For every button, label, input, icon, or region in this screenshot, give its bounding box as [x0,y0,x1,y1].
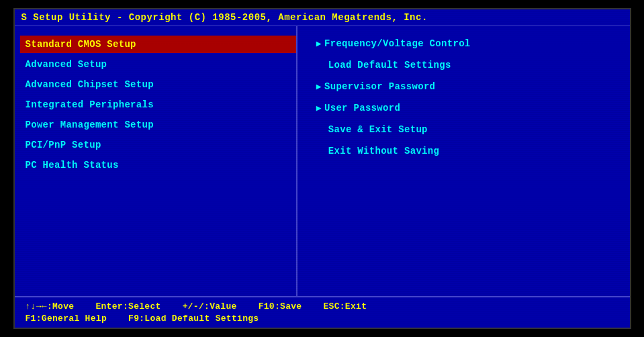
right-item-label-1: Load Default Settings [328,60,451,70]
left-panel: Standard CMOS SetupAdvanced SetupAdvance… [15,26,297,296]
right-item-label-2: Supervisor Password [324,81,435,92]
bios-screen: S Setup Utility - Copyright (C) 1985-200… [13,8,631,329]
arrow-icon: ▶ [316,81,322,92]
status-item-r1-2: +/-/:Value [183,301,237,311]
right-item-label-4: Save & Exit Setup [328,124,428,135]
left-menu-item-5[interactable]: PCI/PnP Setup [20,136,296,154]
status-row-2: F1:General HelpF9:Load Default Settings [26,314,619,324]
right-menu-item-4[interactable]: Save & Exit Setup [316,122,630,138]
arrow-icon: ▶ [316,38,322,49]
main-area: Standard CMOS SetupAdvanced SetupAdvance… [15,26,630,296]
status-item-r2-0: F1:General Help [26,314,107,324]
left-menu-item-2[interactable]: Advanced Chipset Setup [20,76,296,93]
right-menu-item-5[interactable]: Exit Without Saving [316,143,630,159]
left-menu-item-0[interactable]: Standard CMOS Setup [20,36,296,53]
right-panel: ▶ Frequency/Voltage ControlLoad Default … [297,26,630,296]
status-item-r1-4: ESC:Exit [323,301,367,311]
status-item-r1-3: F10:Save [259,301,302,311]
left-menu-item-6[interactable]: PC Health Status [20,156,296,174]
title-text: S Setup Utility - Copyright (C) 1985-200… [21,12,428,23]
title-bar: S Setup Utility - Copyright (C) 1985-200… [15,9,630,26]
left-menu-item-4[interactable]: Power Management Setup [20,116,296,134]
right-menu-item-3[interactable]: ▶ User Password [316,100,630,116]
status-item-r2-1: F9:Load Default Settings [128,314,259,324]
status-item-r1-1: Enter:Select [95,301,160,311]
right-menu-item-0[interactable]: ▶ Frequency/Voltage Control [316,36,630,52]
right-item-label-5: Exit Without Saving [328,146,439,156]
right-item-label-3: User Password [324,103,400,113]
status-item-r1-0: ↑↓→←:Move [26,301,75,311]
left-menu-item-1[interactable]: Advanced Setup [20,56,296,73]
right-menu-item-2[interactable]: ▶ Supervisor Password [316,79,630,95]
status-bar: ↑↓→←:MoveEnter:Select+/-/:ValueF10:SaveE… [15,296,630,328]
right-item-label-0: Frequency/Voltage Control [324,38,471,49]
right-menu-item-1[interactable]: Load Default Settings [316,57,630,73]
status-row-1: ↑↓→←:MoveEnter:Select+/-/:ValueF10:SaveE… [26,301,619,311]
left-menu-item-3[interactable]: Integrated Peripherals [20,96,296,113]
arrow-icon: ▶ [316,103,322,113]
